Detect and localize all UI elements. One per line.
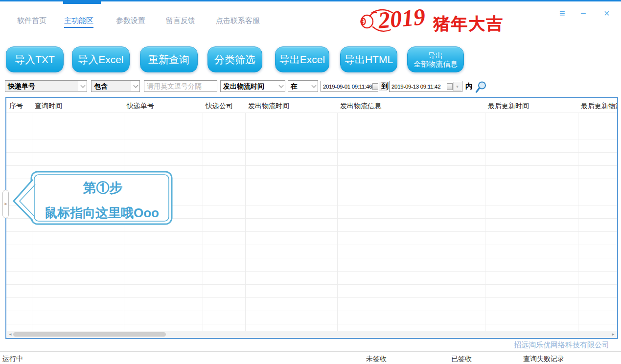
nav-tab[interactable]: 软件首页	[17, 16, 46, 25]
toolbar-button-label: 分类筛选	[214, 53, 255, 67]
scroll-right-icon[interactable]: ►	[611, 332, 615, 337]
within-label: 内	[465, 82, 473, 91]
nav-tab[interactable]: 主功能区	[64, 16, 93, 28]
field-select[interactable]: 快递单号	[5, 80, 87, 92]
toolbar-button-label: 重新查询	[148, 53, 189, 67]
column-divider	[203, 113, 203, 331]
logo-text: 猪年大吉	[433, 13, 504, 35]
close-icon[interactable]: ×	[604, 8, 610, 19]
chevron-down-icon	[310, 81, 318, 91]
status-label: 运行中	[2, 355, 23, 364]
table-header-row: 序号查询时间快递单号快递公司发出物流时间发出物流信息最后更新时间最后更新物流信息	[6, 98, 617, 113]
search-icon[interactable]	[475, 81, 488, 94]
to-label: 到	[381, 82, 389, 91]
chevron-down-icon	[79, 81, 87, 91]
time-field-select[interactable]: 发出物流时间	[220, 80, 285, 92]
table-row	[6, 231, 617, 245]
column-header[interactable]: 最后更新时间	[485, 98, 578, 113]
horizontal-scrollbar[interactable]: ◄ ►	[7, 331, 617, 338]
table-row	[6, 126, 617, 139]
toolbar-button[interactable]: 导出HTML	[340, 46, 397, 72]
date-from-value: 2019-09-01 09:11:46	[321, 84, 372, 90]
table-row	[6, 284, 617, 298]
column-header[interactable]: 快递单号	[124, 98, 203, 113]
scrollbar-thumb[interactable]	[13, 332, 166, 337]
nav-tab[interactable]: 参数设置	[116, 16, 145, 25]
menu-icon[interactable]: ≡	[559, 8, 565, 19]
table-row	[6, 245, 617, 258]
status-label: 未签收	[366, 355, 387, 364]
date-to-value: 2019-09-13 09:11:42	[390, 84, 447, 90]
app-logo: 2019 猪年大吉	[359, 4, 530, 38]
table-row	[6, 139, 617, 153]
range-select[interactable]: 在	[288, 80, 318, 92]
column-divider	[578, 113, 578, 331]
status-label: 查询失败记录	[523, 355, 564, 364]
status-bar: 运行中未签收已签收查询失败记录	[0, 351, 621, 364]
range-select-value: 在	[289, 81, 309, 91]
bubble-hint-label: 鼠标指向这里哦Ooo	[34, 205, 169, 222]
toolbar-button[interactable]: 导出 全部物流信息	[407, 46, 464, 72]
logo-year: 2019	[377, 3, 426, 34]
minimize-icon[interactable]: −	[580, 8, 586, 19]
toolbar-button[interactable]: 导出Excel	[275, 46, 329, 72]
table-row	[6, 311, 617, 324]
scroll-left-icon[interactable]: ◄	[8, 332, 12, 337]
column-header[interactable]: 序号	[6, 98, 32, 113]
table-row	[6, 258, 617, 272]
operator-select[interactable]: 包含	[91, 80, 140, 92]
active-tab-indicator	[63, 0, 101, 4]
calendar-icon	[372, 83, 378, 90]
column-divider	[337, 113, 338, 331]
nav-tab[interactable]: 留言反馈	[166, 16, 195, 25]
toolbar-button-label: 导入TXT	[15, 53, 55, 67]
column-header[interactable]: 最后更新物流信息	[578, 98, 618, 113]
column-header[interactable]: 发出物流时间	[245, 98, 337, 113]
column-divider	[485, 113, 485, 331]
date-from-picker[interactable]: 2019-09-01 09:11:46 ▾	[321, 81, 378, 92]
table-row	[6, 297, 617, 311]
toolbar-button[interactable]: 重新查询	[140, 46, 198, 72]
toolbar-button-label: 导入Excel	[78, 53, 123, 67]
chevron-down-icon	[277, 81, 285, 91]
time-field-select-value: 发出物流时间	[221, 81, 276, 91]
calendar-icon	[447, 83, 453, 90]
column-header[interactable]: 发出物流信息	[337, 98, 485, 113]
chevron-down-icon	[132, 81, 139, 91]
toolbar-button-label: 导出HTML	[345, 53, 393, 67]
table-row	[6, 152, 617, 166]
toolbar-button[interactable]: 导入Excel	[72, 46, 130, 72]
status-label: 已签收	[451, 355, 472, 364]
toolbar-button[interactable]: 分类筛选	[207, 46, 262, 72]
company-label: 招远淘乐优网络科技有限公司	[514, 341, 609, 350]
table-row	[6, 113, 617, 126]
keyword-input[interactable]	[144, 80, 217, 92]
field-select-value: 快递单号	[6, 81, 78, 91]
table-row	[6, 271, 617, 285]
column-header[interactable]: 查询时间	[32, 98, 124, 113]
column-divider	[245, 113, 246, 331]
date-dropdown-icon[interactable]: ▾	[453, 82, 461, 91]
side-panel-toggle[interactable]: >	[2, 190, 9, 218]
column-header[interactable]: 快递公司	[203, 98, 245, 113]
toolbar-button[interactable]: 导入TXT	[6, 46, 64, 72]
operator-select-value: 包含	[92, 81, 131, 91]
date-to-picker[interactable]: 2019-09-13 09:11:42 ▾	[389, 81, 462, 92]
toolbar-button-label: 导出 全部物流信息	[414, 51, 458, 68]
nav-tab[interactable]: 点击联系客服	[216, 16, 260, 25]
bubble-step-label: 第①步	[69, 179, 137, 197]
toolbar-button-label: 导出Excel	[279, 53, 325, 67]
